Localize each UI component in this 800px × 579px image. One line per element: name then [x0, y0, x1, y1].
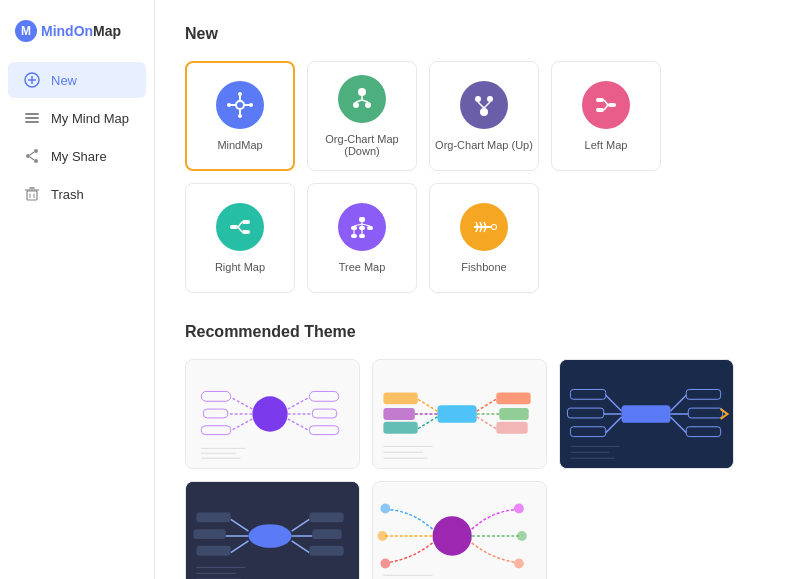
svg-point-132 [433, 516, 472, 555]
svg-line-32 [484, 102, 490, 108]
new-section: New MindMap [185, 25, 770, 293]
right-map-icon [216, 203, 264, 251]
sidebar-item-my-share[interactable]: My Share [8, 138, 146, 174]
svg-point-135 [514, 559, 524, 569]
fishbone-icon [460, 203, 508, 251]
svg-line-37 [604, 105, 608, 110]
map-card-mindmap[interactable]: MindMap [185, 61, 295, 171]
mindmap-icon [216, 81, 264, 129]
svg-point-137 [378, 531, 388, 541]
sidebar-item-my-share-label: My Share [51, 149, 107, 164]
theme-card-4[interactable] [185, 481, 360, 579]
svg-line-50 [354, 224, 362, 226]
map-card-tree[interactable]: Tree Map [307, 183, 417, 293]
sidebar-item-new-label: New [51, 73, 77, 88]
map-card-right[interactable]: Right Map [185, 183, 295, 293]
svg-point-134 [517, 531, 527, 541]
new-icon [23, 71, 41, 89]
svg-line-27 [362, 100, 368, 102]
map-card-left[interactable]: Left Map [551, 61, 661, 171]
svg-point-62 [492, 225, 496, 229]
sidebar-item-my-mind-map[interactable]: My Mind Map [8, 100, 146, 136]
svg-rect-40 [242, 230, 250, 234]
svg-line-36 [604, 100, 608, 105]
svg-rect-45 [359, 226, 365, 230]
sidebar-item-trash[interactable]: Trash [8, 176, 146, 212]
left-map-label: Left Map [585, 139, 628, 151]
left-map-icon [582, 81, 630, 129]
svg-rect-35 [596, 108, 604, 112]
svg-rect-93 [383, 422, 417, 434]
svg-rect-34 [596, 98, 604, 102]
svg-rect-43 [359, 217, 365, 222]
map-card-org-down[interactable]: Org-Chart Map (Down) [307, 61, 417, 171]
svg-rect-81 [437, 405, 476, 423]
org-up-icon [460, 81, 508, 129]
sidebar: M MindOnMap New My Mind Map [0, 0, 155, 579]
logo: M MindOnMap [0, 10, 154, 60]
tree-map-label: Tree Map [339, 261, 386, 273]
map-card-org-up[interactable]: Org-Chart Map (Up) [429, 61, 539, 171]
svg-rect-46 [367, 226, 373, 230]
org-up-label: Org-Chart Map (Up) [435, 139, 533, 151]
svg-point-29 [487, 96, 493, 102]
svg-point-115 [248, 524, 291, 548]
org-down-icon [338, 75, 386, 123]
svg-rect-125 [193, 529, 225, 539]
svg-rect-83 [496, 392, 530, 404]
mindmap-label: MindMap [217, 139, 262, 151]
svg-point-19 [238, 114, 242, 118]
svg-line-41 [238, 222, 242, 227]
svg-point-7 [26, 154, 30, 158]
svg-point-28 [475, 96, 481, 102]
svg-rect-47 [351, 234, 357, 238]
svg-line-10 [30, 157, 34, 160]
svg-rect-3 [25, 113, 39, 115]
recommended-section: Recommended Theme [185, 323, 770, 579]
svg-point-24 [365, 102, 371, 108]
my-share-icon [23, 147, 41, 165]
svg-rect-91 [383, 408, 414, 420]
svg-rect-123 [196, 512, 230, 522]
svg-point-18 [238, 92, 242, 96]
svg-rect-117 [309, 512, 343, 522]
new-section-title: New [185, 25, 770, 43]
svg-rect-4 [25, 117, 39, 119]
my-mind-map-icon [23, 109, 41, 127]
map-grid: MindMap Org-Chart Map (Down) [185, 61, 770, 293]
fishbone-label: Fishbone [461, 261, 506, 273]
sidebar-item-trash-label: Trash [51, 187, 84, 202]
svg-point-138 [380, 559, 390, 569]
svg-line-51 [362, 224, 370, 226]
svg-point-64 [252, 396, 287, 431]
svg-point-136 [380, 504, 390, 514]
svg-rect-33 [608, 103, 616, 107]
theme-card-3[interactable] [559, 359, 734, 469]
theme-card-5[interactable] [372, 481, 547, 579]
svg-point-20 [227, 103, 231, 107]
svg-rect-39 [242, 220, 250, 224]
svg-point-133 [514, 504, 524, 514]
map-card-fishbone[interactable]: Fishbone [429, 183, 539, 293]
svg-rect-48 [359, 234, 365, 238]
main-content: New MindMap [155, 0, 800, 579]
theme-card-2[interactable] [372, 359, 547, 469]
svg-rect-85 [499, 408, 528, 420]
svg-rect-127 [196, 546, 230, 556]
recommended-section-title: Recommended Theme [185, 323, 770, 341]
svg-rect-87 [496, 422, 527, 434]
trash-icon [23, 185, 41, 203]
theme-grid [185, 359, 770, 579]
svg-point-8 [34, 159, 38, 163]
svg-point-6 [34, 149, 38, 153]
theme-card-1[interactable] [185, 359, 360, 469]
svg-rect-98 [621, 405, 670, 423]
svg-point-21 [249, 103, 253, 107]
svg-rect-38 [230, 225, 238, 229]
sidebar-item-new[interactable]: New [8, 62, 146, 98]
svg-rect-5 [25, 121, 39, 123]
right-map-label: Right Map [215, 261, 265, 273]
svg-line-26 [356, 100, 362, 102]
logo-icon: M [15, 20, 37, 42]
svg-rect-121 [309, 546, 343, 556]
